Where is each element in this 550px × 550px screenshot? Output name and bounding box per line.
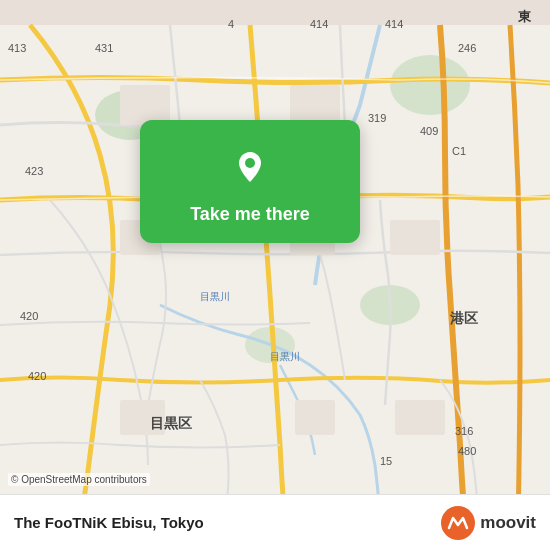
road-label-420a: 420	[20, 310, 38, 322]
road-label-c1: C1	[452, 145, 466, 157]
moovit-icon	[441, 506, 475, 540]
svg-rect-9	[390, 220, 440, 255]
map-background	[0, 0, 550, 550]
place-name: The FooTNiK Ebisu, Tokyo	[14, 514, 204, 531]
map-container: 413 431 4 414 414 246 423 C1 409 319 420…	[0, 0, 550, 550]
district-minato: 港区	[450, 310, 478, 328]
road-label-423: 423	[25, 165, 43, 177]
svg-rect-5	[120, 85, 170, 125]
svg-rect-12	[395, 400, 445, 435]
bottom-bar: The FooTNiK Ebisu, Tokyo moovit	[0, 494, 550, 550]
road-label-431: 431	[95, 42, 113, 54]
river-label-meguro: 目黒川	[200, 290, 230, 304]
road-label-15: 15	[380, 455, 392, 467]
road-label-316: 316	[455, 425, 473, 437]
map-attribution: © OpenStreetMap contributors	[8, 473, 150, 486]
road-label-246: 246	[458, 42, 476, 54]
road-label-409: 409	[420, 125, 438, 137]
river-label-meguro2: 目黒川	[270, 350, 300, 364]
location-pin-icon	[224, 140, 276, 192]
road-label-480: 480	[458, 445, 476, 457]
take-me-there-button[interactable]: Take me there	[160, 202, 340, 227]
road-label-420b: 420	[28, 370, 46, 382]
road-label-4: 4	[228, 18, 234, 30]
road-label-319: 319	[368, 112, 386, 124]
moovit-logo: moovit	[441, 506, 536, 540]
svg-rect-6	[290, 85, 340, 125]
road-label-414b: 414	[385, 18, 403, 30]
corner-label-east: 東	[518, 8, 531, 26]
district-meguro: 目黒区	[150, 415, 192, 433]
location-card: Take me there	[140, 120, 360, 243]
svg-rect-11	[295, 400, 335, 435]
road-label-414a: 414	[310, 18, 328, 30]
svg-point-2	[390, 55, 470, 115]
moovit-text: moovit	[480, 513, 536, 533]
svg-point-14	[245, 158, 255, 168]
road-label-413: 413	[8, 42, 26, 54]
